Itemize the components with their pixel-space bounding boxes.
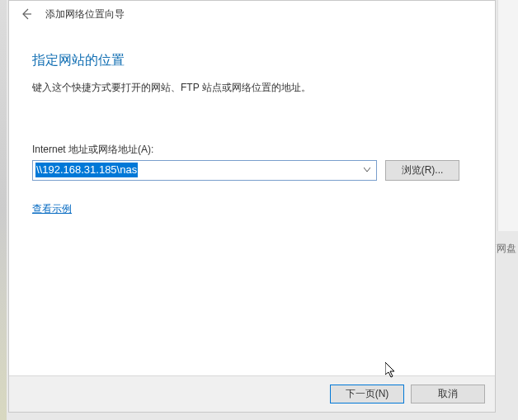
- background-left-edge: [0, 0, 7, 420]
- content-area: 指定网站的位置 键入这个快捷方式要打开的网站、FTP 站点或网络位置的地址。 I…: [9, 27, 495, 375]
- footer: 下一页(N) 取消: [9, 375, 495, 412]
- chevron-down-icon[interactable]: [360, 163, 374, 177]
- wizard-dialog: 添加网络位置向导 指定网站的位置 键入这个快捷方式要打开的网站、FTP 站点或网…: [8, 0, 496, 413]
- back-button[interactable]: [17, 5, 35, 23]
- window-title: 添加网络位置向导: [45, 7, 125, 21]
- address-row: \\192.168.31.185\nas 浏览(R)...: [32, 160, 472, 181]
- address-label: Internet 地址或网络地址(A):: [32, 143, 472, 157]
- cancel-button[interactable]: 取消: [411, 385, 485, 403]
- titlebar: 添加网络位置向导: [9, 1, 495, 27]
- next-button[interactable]: 下一页(N): [330, 385, 404, 403]
- browse-button[interactable]: 浏览(R)...: [385, 160, 459, 181]
- page-description: 键入这个快捷方式要打开的网站、FTP 站点或网络位置的地址。: [32, 81, 472, 95]
- page-heading: 指定网站的位置: [32, 52, 472, 69]
- address-combo[interactable]: \\192.168.31.185\nas: [32, 160, 377, 181]
- background-side-strip: [497, 0, 518, 231]
- view-example-link[interactable]: 查看示例: [32, 202, 72, 216]
- arrow-left-icon: [20, 7, 33, 21]
- address-input[interactable]: [32, 160, 377, 181]
